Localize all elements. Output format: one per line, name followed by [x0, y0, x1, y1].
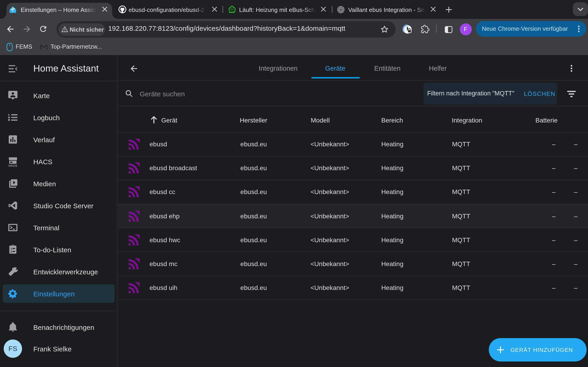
svg-text:FHEM: FHEM: [229, 11, 234, 13]
svg-text:2: 2: [10, 250, 12, 253]
svg-text:HACS: HACS: [9, 164, 17, 167]
svg-text:1: 1: [10, 247, 12, 250]
